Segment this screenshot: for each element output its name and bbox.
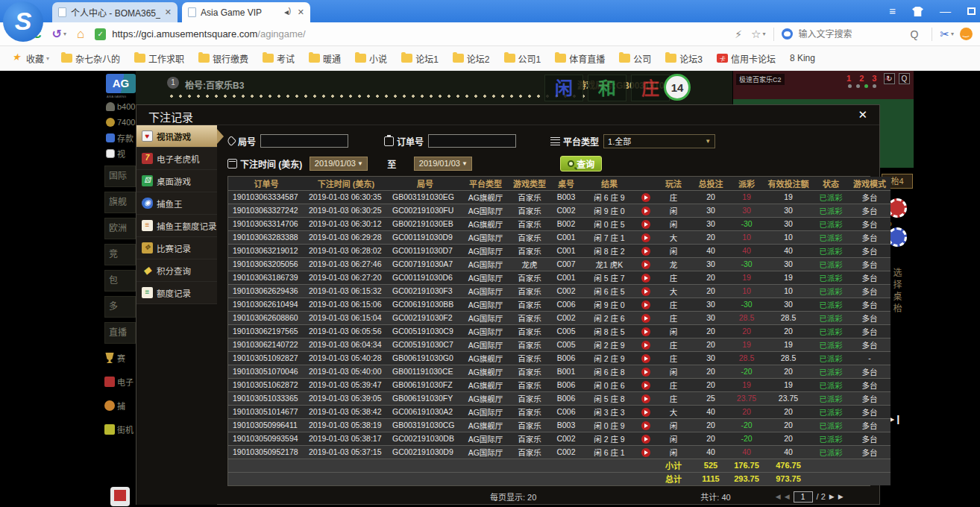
bookmark-item[interactable]: 信用卡论坛 bbox=[717, 52, 778, 65]
replay-play-icon[interactable] bbox=[641, 287, 650, 296]
favorite-caret-icon[interactable]: ▾ bbox=[763, 31, 766, 37]
sidebar-item[interactable]: ♥ 视讯游戏 bbox=[136, 125, 217, 148]
sidebar-item[interactable]: ⚄ 桌面游戏 bbox=[136, 170, 217, 192]
sidebar-item[interactable]: 7 电子老虎机 bbox=[136, 148, 217, 170]
last-page-icon[interactable]: ▶ bbox=[838, 493, 844, 500]
replay-play-icon[interactable] bbox=[641, 408, 650, 417]
account-smiley-icon[interactable] bbox=[960, 28, 973, 40]
minimize-icon[interactable]: — bbox=[940, 4, 951, 17]
replay-play-icon[interactable] bbox=[641, 233, 650, 242]
tab-close-icon[interactable]: ✕ bbox=[165, 7, 172, 17]
bookmark-item[interactable]: 体育直播 bbox=[555, 52, 607, 65]
round-number-input[interactable] bbox=[260, 134, 348, 148]
baidu-paw-icon[interactable] bbox=[782, 28, 793, 40]
undo-icon[interactable]: ↺ bbox=[52, 27, 62, 41]
replay-play-icon[interactable] bbox=[641, 381, 650, 390]
video-zoom-icon[interactable]: Q bbox=[899, 73, 910, 84]
ssl-shield-icon[interactable]: ✓ bbox=[95, 28, 106, 40]
replay-play-icon[interactable] bbox=[641, 193, 650, 202]
bookmark-item[interactable]: 8 King bbox=[790, 53, 817, 63]
replay-play-icon[interactable] bbox=[641, 247, 650, 256]
replay-play-icon[interactable] bbox=[641, 448, 650, 457]
bookmark-item[interactable]: 暖通 bbox=[309, 52, 343, 65]
undo-caret-icon[interactable]: ▾ bbox=[63, 31, 66, 37]
bet-player-button[interactable]: 闲 bbox=[544, 75, 583, 101]
video-refresh-icon[interactable]: ↻ bbox=[884, 73, 895, 84]
first-page-icon[interactable]: ◀ bbox=[776, 493, 781, 500]
bookmark-item[interactable]: 论坛2 bbox=[453, 52, 492, 65]
game-menu-item[interactable]: 街机 bbox=[104, 420, 136, 439]
subtotal-bet: 525 bbox=[692, 459, 729, 472]
replay-play-icon[interactable] bbox=[641, 368, 650, 377]
game-menu-item[interactable]: 直播 bbox=[104, 322, 136, 344]
game-menu-item[interactable]: 赛 bbox=[104, 348, 136, 368]
url-field[interactable]: ✓ https://gci.amusementsquare.com /aging… bbox=[95, 25, 617, 43]
table-select-vertical-label[interactable]: 选择桌枱 bbox=[891, 268, 903, 315]
bookmark-item[interactable]: 收藏 ▾ bbox=[12, 52, 49, 65]
sidebar-item[interactable]: ≡ 额度记录 bbox=[136, 282, 217, 304]
favorite-star-icon[interactable]: ☆ bbox=[751, 28, 761, 41]
menu-icon[interactable]: ≡ bbox=[889, 4, 896, 17]
bet-tie-button[interactable]: 和 bbox=[588, 75, 626, 101]
bookmark-item[interactable]: 论坛1 bbox=[401, 52, 441, 65]
tab-close-icon[interactable]: ✕ bbox=[298, 7, 304, 17]
browser-tab-1[interactable]: 个人中心 - BOMA365_ ✕ bbox=[52, 2, 178, 22]
next-page-icon[interactable]: ▶ bbox=[829, 493, 835, 500]
replay-play-icon[interactable] bbox=[641, 274, 650, 283]
order-number-input[interactable] bbox=[428, 134, 516, 148]
bookmark-item[interactable]: 小说 bbox=[355, 52, 389, 65]
scissors-caret-icon[interactable]: ▾ bbox=[951, 31, 954, 37]
replay-play-icon[interactable] bbox=[641, 220, 650, 229]
mobile-app-thumbnail[interactable] bbox=[110, 487, 130, 506]
cell-table: B006 bbox=[550, 378, 582, 391]
bookmark-item[interactable]: 公司1 bbox=[504, 52, 544, 65]
bookmark-item[interactable]: 论坛3 bbox=[665, 52, 705, 65]
game-menu-item[interactable]: 电子 bbox=[104, 372, 136, 391]
cell-mode: 多台 bbox=[849, 311, 891, 324]
replay-play-icon[interactable] bbox=[641, 314, 650, 323]
game-menu-item[interactable]: 竞 bbox=[104, 244, 136, 265]
sidebar-item[interactable]: ◆ 积分查询 bbox=[136, 259, 217, 282]
bookmark-item[interactable]: 公司 bbox=[619, 52, 653, 65]
sogou-browser-logo[interactable]: S bbox=[3, 1, 43, 42]
bookmark-item[interactable]: 杂七杂八的 bbox=[61, 52, 122, 65]
sidebar-item[interactable]: ≡ 捕鱼王额度记录 bbox=[136, 215, 217, 237]
game-menu-item[interactable]: 欧洲 bbox=[104, 218, 136, 239]
game-menu-item[interactable]: 捕 bbox=[104, 396, 136, 415]
query-button[interactable]: 查询 bbox=[560, 156, 602, 171]
date-from-picker[interactable]: 2019/01/03 ▼ bbox=[310, 157, 368, 171]
sidebar-item[interactable]: ❖ 比赛记录 bbox=[136, 237, 217, 259]
sidebar-item[interactable]: ◉ 捕鱼王 bbox=[136, 192, 217, 215]
replay-play-icon[interactable] bbox=[641, 341, 650, 350]
bookmark-item[interactable]: 考试 bbox=[263, 52, 297, 65]
search-icon[interactable]: Q bbox=[911, 28, 919, 40]
replay-play-icon[interactable] bbox=[641, 327, 650, 336]
game-menu-item[interactable]: 国际 bbox=[104, 166, 136, 187]
replay-play-icon[interactable] bbox=[641, 394, 650, 403]
date-to-picker[interactable]: 2019/01/03 ▼ bbox=[414, 157, 472, 171]
replay-play-icon[interactable] bbox=[641, 207, 650, 215]
game-menu-item[interactable]: 包 bbox=[104, 270, 136, 292]
tab-audio-icon[interactable] bbox=[284, 9, 293, 16]
replay-play-icon[interactable] bbox=[641, 354, 650, 363]
screenshot-scissors-icon[interactable]: ✂ bbox=[940, 28, 949, 41]
web-search-input[interactable] bbox=[799, 29, 911, 40]
flash-icon[interactable]: ⚡ bbox=[735, 28, 742, 40]
replay-play-icon[interactable] bbox=[641, 260, 650, 269]
page-number-input[interactable] bbox=[794, 491, 813, 503]
skin-icon[interactable] bbox=[912, 7, 923, 16]
game-menu-item[interactable]: 旗舰 bbox=[104, 192, 136, 213]
browser-tab-2-active[interactable]: Asia Game VIP ✕ bbox=[182, 2, 310, 22]
bookmark-item[interactable]: 银行缴费 bbox=[198, 52, 251, 65]
replay-play-icon[interactable] bbox=[641, 421, 650, 430]
prev-page-icon[interactable]: ◀ bbox=[785, 493, 790, 500]
replay-play-icon[interactable] bbox=[641, 435, 650, 444]
replay-play-icon[interactable] bbox=[641, 300, 650, 309]
platform-select[interactable]: 1.全部 ▼ bbox=[603, 134, 715, 148]
game-menu-item[interactable]: 多 bbox=[104, 296, 136, 318]
cell-mode: 多台 bbox=[849, 190, 891, 204]
bookmark-item[interactable]: 工作求职 bbox=[134, 52, 186, 65]
close-icon[interactable]: ✕ bbox=[858, 108, 867, 122]
maximize-icon[interactable] bbox=[967, 7, 976, 15]
home-icon[interactable]: ⌂ bbox=[77, 27, 84, 42]
